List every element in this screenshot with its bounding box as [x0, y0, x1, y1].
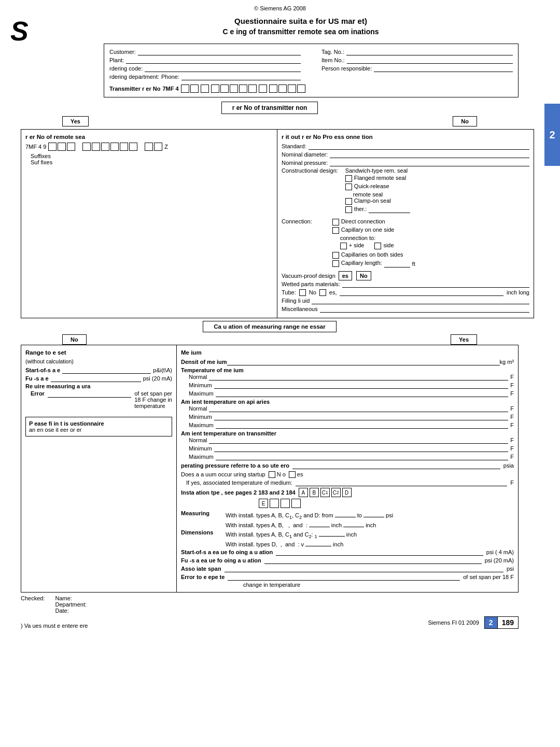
amb-trans-min-row: Minimum F	[189, 445, 514, 452]
checked-section: Checked: Name: Department: Date:	[21, 595, 519, 614]
siemens-footer: Siemens FI 01 2009	[428, 619, 479, 626]
direct-conn-checkbox[interactable]	[332, 219, 339, 225]
fullscale-ea-unit: psi (20 mA)	[485, 557, 514, 563]
transmitter-row: Transmitter r er No 7MF 4	[109, 84, 513, 93]
please-fill-label: P ease fi in t is uestionnaire	[29, 420, 169, 427]
rs-box-4	[82, 143, 91, 151]
range-subtitle: (without calculation)	[25, 358, 172, 364]
plant-row: Plant:	[109, 57, 301, 64]
order-box-6	[230, 84, 238, 93]
density-unit: kg m³	[500, 359, 514, 365]
amb-api-max-label: Maximum	[189, 422, 214, 428]
amb-trans-min-label: Minimum	[189, 445, 212, 452]
remote-seal-section: r er No of remote sea 7MF 4 9	[21, 129, 534, 318]
cap-both-checkbox[interactable]	[332, 252, 339, 259]
cap-one-side-checkbox[interactable]	[332, 227, 339, 234]
quick-release-checkbox[interactable]	[345, 184, 352, 190]
flanged-row: Flanged remote seal	[345, 175, 410, 182]
tube-row: Tube: No es, inch long	[282, 289, 529, 296]
other-checkbox[interactable]	[345, 206, 352, 213]
please-fill-label2: an en ose it eer or er	[29, 427, 169, 433]
ft-label: ft	[412, 261, 415, 267]
error-repeat-detail2: change in temperature	[243, 582, 514, 588]
tube-inch-label: inch long	[507, 289, 529, 295]
amb-api-max-row: Maximum F	[189, 421, 514, 429]
plus-side-row: + side	[340, 242, 365, 249]
inst-box-c1[interactable]: C1	[320, 488, 330, 497]
inst-box-e[interactable]: E	[259, 499, 268, 508]
rs-box-5	[92, 143, 100, 151]
full-unit: psi (20 mA)	[143, 375, 172, 382]
vacuum-no-box[interactable]: No	[356, 271, 371, 280]
amb-trans-max-unit: F	[510, 454, 514, 460]
vacuum-startup-label: Does a a uum occur uring startup	[181, 471, 265, 477]
connection-label: Connection:	[282, 218, 312, 224]
error-detail: of set span per	[134, 390, 172, 397]
vacuum-yes-box[interactable]: es	[339, 271, 352, 280]
dimensions-detail2: With install. types D, , and : v inch	[226, 539, 357, 547]
order-box-12	[288, 84, 296, 93]
operating-unit: psia	[503, 462, 514, 469]
amb-api-normal-label: Normal	[189, 405, 207, 412]
nominal-press-row: Nominal pressure:	[282, 159, 529, 166]
tube-no-checkbox[interactable]	[299, 289, 306, 296]
rs-z-label: Z	[164, 144, 168, 150]
main-title: Questionnaire suita e for US mar et)	[52, 17, 550, 25]
order-box-1	[181, 84, 189, 93]
plant-label: Plant:	[109, 57, 124, 63]
other-row: ther.:	[345, 206, 410, 213]
inst-box-blank3[interactable]	[291, 499, 301, 508]
flanged-checkbox[interactable]	[345, 175, 352, 182]
temp-min-row: Minimum F	[189, 382, 514, 389]
temp-max-unit: F	[510, 390, 514, 397]
nominal-diam-label: Nominal diameter:	[282, 151, 328, 158]
constructional-label: Constructional design:	[282, 167, 338, 174]
cap-length-checkbox[interactable]	[332, 260, 339, 267]
minus-side-checkbox[interactable]	[374, 243, 381, 249]
no-button[interactable]: No	[453, 116, 477, 126]
tag-no-label: Tag. No.:	[321, 49, 344, 55]
clamp-on-checkbox[interactable]	[345, 198, 352, 205]
calc-no-button[interactable]: No	[62, 334, 87, 345]
range-title: Range to e set	[25, 349, 172, 356]
error-repeat-label: Error to e epe te	[181, 574, 225, 580]
vacuum-no-startup-label: N o	[277, 471, 286, 477]
inst-box-blank1[interactable]	[270, 499, 279, 508]
rs-suffixes2: Suf fixes	[31, 159, 273, 165]
tube-yes-checkbox[interactable]	[319, 289, 326, 296]
tube-label: Tube:	[282, 289, 296, 295]
error-detail3: temperature	[134, 403, 172, 409]
temp-min-label: Minimum	[189, 382, 212, 388]
vacuum-yes-startup-checkbox[interactable]	[289, 471, 296, 478]
please-fill-box: P ease fi in t is uestionnaire an en ose…	[25, 417, 172, 436]
inst-box-b[interactable]: B	[310, 488, 319, 497]
tag-no-row: Tag. No.:	[321, 48, 513, 55]
remote-seal-code-row: 7MF 4 9	[25, 143, 273, 151]
plus-side-checkbox[interactable]	[340, 243, 347, 249]
assoc-temp-unit: F	[510, 480, 514, 486]
calc-yes-button[interactable]: Yes	[451, 334, 477, 345]
required-row: Re uire measuring a ura	[25, 383, 172, 389]
rs-box-9	[129, 143, 137, 151]
other-label: ther.:	[354, 206, 367, 212]
inst-box-c2[interactable]: C2	[331, 488, 341, 497]
error-detail2: 18 F change in	[134, 397, 172, 403]
inst-box-blank2[interactable]	[281, 499, 290, 508]
inst-box-d[interactable]: D	[342, 488, 352, 497]
vacuum-no-startup-checkbox[interactable]	[269, 471, 275, 478]
siemens-logo: S	[10, 16, 29, 47]
date-label: Date:	[55, 608, 87, 614]
remote-seal-code: 7MF 4 9	[25, 144, 46, 150]
dimensions-detail1: With install. types A, B, C1 and C2: 1 i…	[226, 529, 357, 539]
order-box-13	[297, 84, 305, 93]
phone-label: Phone:	[161, 74, 179, 80]
cap-both-label: Capillaries on both sides	[341, 251, 403, 258]
assoc-span-label: Asso iate span	[181, 566, 221, 572]
transmitter-label: Transmitter r er No	[109, 86, 160, 92]
rs-box-7	[110, 143, 119, 151]
order-box-11	[278, 84, 287, 93]
inst-box-a[interactable]: A	[299, 488, 308, 497]
amb-api-min-row: Minimum F	[189, 413, 514, 420]
yes-button[interactable]: Yes	[62, 116, 89, 126]
install-label: Insta ation tpe , see pages 2 183 and 2 …	[181, 489, 296, 496]
